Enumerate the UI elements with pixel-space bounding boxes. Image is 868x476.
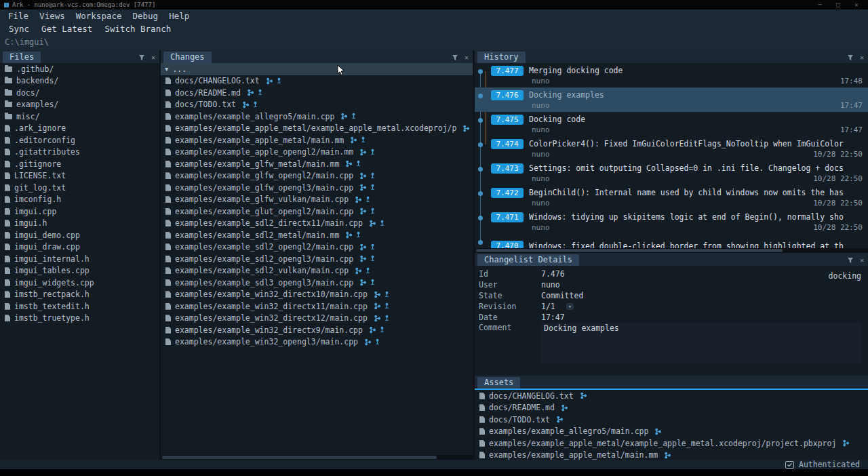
file-tree-item[interactable]: imstb_rectpack.h (0, 289, 159, 301)
filter-icon[interactable] (138, 54, 145, 61)
history-row[interactable]: 7.473 Settings: omit outputing Collapsed… (475, 161, 868, 185)
scrollbar-thumb[interactable] (476, 249, 783, 252)
file-tree-item[interactable]: imgui_internal.h (0, 253, 159, 265)
file-tree-item[interactable]: imstb_textedit.h (0, 300, 159, 313)
file-tree-item[interactable]: .github/ (0, 63, 159, 75)
file-tree-item[interactable]: LICENSE.txt (0, 170, 159, 182)
close-button[interactable]: ✕ (849, 1, 864, 8)
menu-item[interactable]: Debug (127, 10, 163, 22)
file-tree-item[interactable]: imgui_draw.cpp (0, 241, 159, 254)
file-tree-item[interactable]: docs/ (0, 87, 159, 99)
changed-file-row[interactable]: examples/example_apple_opengl2/main.mm (161, 146, 473, 159)
changes-horizontal-scrollbar[interactable] (161, 455, 473, 460)
changed-file-row[interactable]: examples/example_sdl2_opengl3/main.cpp (161, 253, 473, 265)
branch-change-icon (842, 439, 850, 447)
history-row[interactable]: 7.474 ColorPicker4(): Fixed ImGuiColorEd… (475, 136, 868, 161)
tab-assets[interactable]: Assets (477, 377, 520, 389)
branch-change-icon (359, 243, 367, 251)
changed-file-row[interactable]: examples/example_glfw_vulkan/main.cpp (161, 194, 473, 206)
asset-row[interactable]: examples/example_apple_metal/example_app… (475, 437, 868, 450)
changed-file-row[interactable]: examples/example_sdl2_metal/main.mm (161, 229, 473, 241)
changed-file-row[interactable]: examples/example_win32_opengl3/main.cpp (161, 336, 473, 349)
history-row[interactable]: 7.477 Merging docking code nuno 17:48 (475, 63, 868, 87)
scrollbar-thumb[interactable] (162, 456, 437, 459)
changed-file-row[interactable]: examples/example_glfw_opengl3/main.cpp (161, 182, 473, 194)
file-tree-item[interactable]: backends/ (0, 75, 159, 87)
history-row[interactable]: 7.470 Windows: fixed double-clicked bord… (475, 234, 868, 248)
history-horizontal-scrollbar[interactable] (475, 248, 868, 253)
close-panel-icon[interactable]: ✕ (151, 54, 155, 61)
changed-file-row[interactable]: docs/README.md (161, 87, 473, 99)
file-tree-item[interactable]: imgui.h (0, 218, 159, 230)
changed-file-path: examples/example_sdl2_metal/main.mm (175, 231, 339, 240)
file-tree-item[interactable]: .editorconfig (0, 134, 159, 146)
changed-file-row[interactable]: examples/example_win32_directx9/main.cpp (161, 324, 473, 336)
changed-file-row[interactable]: examples/example_win32_directx12/main.cp… (161, 313, 473, 325)
toolbar-button[interactable]: Switch Branch (98, 23, 177, 35)
changed-file-row[interactable]: examples/example_win32_directx11/main.cp… (161, 300, 473, 313)
asset-row[interactable]: docs/CHANGELOG.txt (475, 390, 868, 402)
tab-history[interactable]: History (477, 52, 526, 63)
graph-dot-icon (478, 94, 483, 98)
close-panel-icon[interactable]: ✕ (465, 54, 469, 61)
tab-files[interactable]: Files (3, 52, 41, 63)
file-tree-item[interactable]: .gitattributes (0, 146, 159, 159)
filter-icon[interactable] (452, 54, 458, 61)
menu-item[interactable]: Views (34, 10, 71, 22)
minimize-button[interactable]: ─ (812, 1, 827, 8)
changed-file-row[interactable]: examples/example_glfw_opengl2/main.cpp (161, 170, 473, 182)
changed-file-row[interactable]: docs/CHANGELOG.txt (161, 75, 473, 87)
toolbar-button[interactable]: Get Latest (35, 23, 98, 35)
file-tree-item[interactable]: imgui.cpp (0, 205, 159, 218)
file-tree-item[interactable]: .ark_ignore (0, 123, 159, 135)
changed-file-row[interactable]: examples/example_glfw_metal/main.mm (161, 158, 473, 170)
changed-file-row[interactable]: examples/example_sdl2_vulkan/main.cpp (161, 265, 473, 277)
toolbar-button[interactable]: Sync (3, 23, 35, 35)
asset-row[interactable]: docs/README.md (475, 402, 868, 414)
changes-root-row[interactable]: ▼ ... (161, 63, 473, 75)
tab-changelist-details[interactable]: Changelist Details (477, 254, 579, 266)
file-tree-item[interactable]: imstb_truetype.h (0, 313, 159, 325)
history-row[interactable]: 7.476 Docking examples nuno 17:47 (475, 87, 868, 112)
close-panel-icon[interactable]: ✕ (860, 257, 864, 264)
history-row[interactable]: 7.472 BeginChild(): Internal name used b… (475, 185, 868, 210)
file-tree-item[interactable]: imgui_demo.cpp (0, 229, 159, 241)
changed-file-row[interactable]: examples/example_sdl2_opengl2/main.cpp (161, 241, 473, 254)
changed-file-row[interactable]: examples/example_allegro5/main.cpp (161, 111, 473, 123)
menu-item[interactable]: Help (163, 10, 195, 22)
menu-item[interactable]: File (3, 10, 34, 22)
file-tree-item[interactable]: examples/ (0, 99, 159, 111)
tab-changes[interactable]: Changes (163, 52, 212, 63)
asset-row[interactable]: docs/TODO.txt (475, 414, 868, 426)
file-tree-item[interactable]: imgui_tables.cpp (0, 265, 159, 277)
folder-icon (5, 90, 12, 96)
file-icon (479, 428, 485, 435)
filter-icon[interactable] (847, 54, 854, 61)
branch-change-icon (561, 404, 568, 412)
maximize-button[interactable]: □ (831, 1, 846, 8)
asset-row[interactable]: examples/example_apple_metal/main.mm (475, 450, 868, 460)
expander-icon[interactable]: ▼ (165, 66, 168, 73)
revision-dropdown-icon[interactable]: ▾ (566, 303, 574, 310)
menu-item[interactable]: Workspace (71, 10, 127, 22)
field-label: Revision (479, 302, 541, 311)
history-row[interactable]: 7.471 Windows: tidying up skipitems logi… (475, 210, 868, 234)
branch-change-icon (369, 326, 376, 334)
changed-file-row[interactable]: examples/example_win32_directx10/main.cp… (161, 289, 473, 301)
close-panel-icon[interactable]: ✕ (860, 54, 864, 61)
asset-row[interactable]: examples/example_allegro5/main.cpp (475, 426, 868, 438)
file-tree-item[interactable]: git_log.txt (0, 182, 159, 194)
file-tree-item[interactable]: imconfig.h (0, 194, 159, 206)
changed-file-row[interactable]: examples/example_glut_opengl2/main.cpp (161, 205, 473, 218)
field-value: 1/1 (541, 302, 555, 311)
changed-file-row[interactable]: examples/example_sdl3_opengl3/main.cpp (161, 277, 473, 289)
changed-file-row[interactable]: examples/example_apple_metal/example_app… (161, 123, 473, 135)
file-tree-item[interactable]: imgui_widgets.cpp (0, 277, 159, 289)
filter-icon[interactable] (847, 257, 854, 264)
file-tree-item[interactable]: misc/ (0, 111, 159, 123)
changed-file-row[interactable]: examples/example_apple_metal/main.mm (161, 134, 473, 146)
file-tree-item[interactable]: .gitignore (0, 158, 159, 170)
changed-file-row[interactable]: docs/TODO.txt (161, 99, 473, 111)
changed-file-row[interactable]: examples/example_sdl2_directx11/main.cpp (161, 218, 473, 230)
history-row[interactable]: 7.475 Docking code nuno 17:47 (475, 112, 868, 136)
